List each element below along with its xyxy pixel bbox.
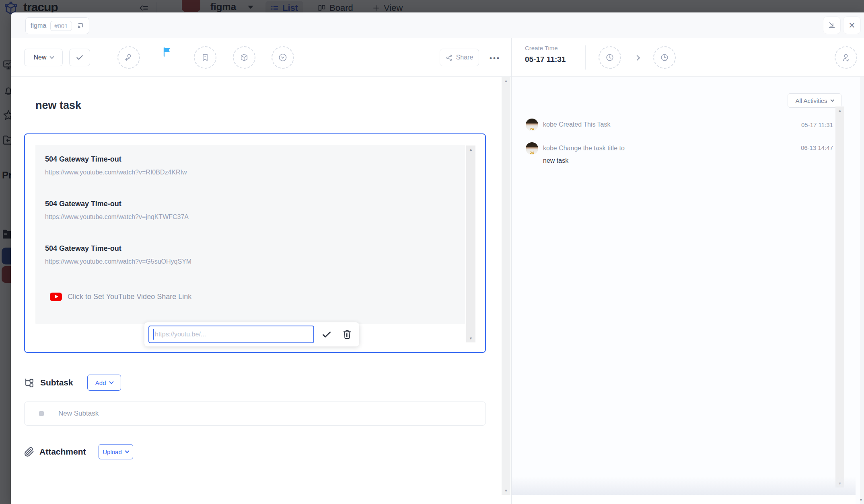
scroll-up-arrow[interactable]: ▲ — [835, 109, 844, 113]
modal-header: figma #001 × — [11, 12, 864, 38]
task-detail-modal: figma #001 × New — [11, 12, 864, 504]
avatar[interactable]: 24 — [526, 142, 538, 155]
chevron-down-icon — [125, 449, 129, 453]
subtask-checkbox[interactable] — [39, 411, 44, 416]
due-time-button[interactable] — [653, 46, 676, 69]
attachment-heading: Attachment — [39, 447, 86, 457]
subtask-tree-icon — [24, 377, 35, 388]
new-subtask-placeholder[interactable]: New Subtask — [58, 410, 99, 418]
attachment-section-header: Attachment Upload — [24, 444, 133, 459]
confirm-check-icon — [321, 329, 332, 340]
meta-divider — [585, 45, 586, 70]
video-title: 504 Gateway Time-out — [45, 244, 121, 253]
check-icon — [76, 53, 84, 61]
video-title: 504 Gateway Time-out — [45, 155, 121, 164]
chevron-down-icon — [109, 379, 113, 384]
bookmark-tag-button[interactable] — [194, 46, 216, 69]
youtube-link-input[interactable] — [148, 326, 314, 343]
subtask-section-header: Subtask Add — [24, 375, 121, 391]
scroll-up-arrow[interactable]: ▲ — [466, 148, 475, 152]
scroll-down-arrow[interactable]: ▼ — [859, 498, 863, 502]
assign-user-icon — [124, 53, 134, 62]
window-edge-scrollbar[interactable]: ▼ — [860, 77, 864, 504]
open-in-full-icon[interactable] — [76, 22, 84, 30]
activity-bottom-fade — [512, 477, 856, 495]
activity-bottom-strip — [512, 495, 856, 504]
modal-toolbar: New Share ••• Create Time 05-17 11:31 — [11, 38, 864, 77]
paperclip-icon — [24, 447, 34, 457]
close-modal-button[interactable]: × — [843, 16, 861, 34]
task-breadcrumb-chip[interactable]: figma #001 — [25, 17, 89, 34]
video-url-link[interactable]: https://www.youtube.com/watch?v=RI0BDz4K… — [45, 169, 187, 176]
activity-text: kobe Change the task title to — [543, 145, 625, 152]
video-list: 504 Gateway Time-out https://www.youtube… — [35, 145, 465, 324]
task-id-badge: #001 — [50, 21, 72, 31]
youtube-links-widget: 504 Gateway Time-out https://www.youtube… — [24, 133, 486, 353]
scroll-down-arrow[interactable]: ▼ — [466, 336, 475, 340]
chevron-down-icon — [830, 98, 834, 102]
status-new-button[interactable]: New — [24, 49, 63, 66]
activity-detail: new task — [543, 157, 568, 164]
clock-icon — [605, 53, 614, 62]
cube-icon — [240, 53, 249, 62]
follower-button[interactable] — [835, 46, 857, 69]
video-title: 504 Gateway Time-out — [45, 200, 121, 208]
activity-time: 06-13 14:47 — [801, 144, 833, 151]
more-options-button[interactable]: ••• — [490, 54, 500, 62]
chevron-down-icon — [49, 54, 54, 59]
bookmark-icon — [201, 53, 210, 62]
activity-time: 05-17 11:31 — [801, 121, 833, 128]
set-youtube-link-button[interactable]: Click to Set YouTube Video Share Link — [50, 293, 191, 301]
minimize-icon — [827, 21, 836, 30]
activity-scrollbar[interactable]: ▲ ▼ — [835, 107, 844, 488]
scroll-up-arrow[interactable]: ▲ — [502, 79, 510, 83]
priority-flag-icon[interactable] — [161, 46, 173, 57]
minimize-modal-button[interactable] — [823, 16, 841, 34]
upload-attachment-button[interactable]: Upload — [99, 444, 133, 459]
activity-text: kobe Created This Task — [543, 121, 611, 128]
video-url-link[interactable]: https://www.youtube.com/watch?v=G5suOHyq… — [45, 258, 191, 265]
activity-panel: All Activities 24 kobe Created This Task… — [512, 77, 864, 504]
video-url-link[interactable]: https://www.youtube.com/watch?v=jnqKTWFC… — [45, 213, 189, 221]
complete-task-button[interactable] — [69, 49, 90, 66]
start-time-button[interactable] — [599, 46, 621, 69]
video-list-scrollbar[interactable]: ▲ ▼ — [466, 145, 475, 342]
delete-link-button[interactable] — [339, 326, 355, 342]
text-caret — [153, 329, 154, 340]
toolbar-divider — [104, 48, 104, 67]
breadcrumb-project: figma — [31, 22, 46, 29]
trash-icon — [342, 329, 352, 340]
create-time-label: Create Time — [525, 45, 558, 51]
avatar[interactable]: 24 — [526, 119, 538, 131]
share-button[interactable]: Share — [440, 49, 479, 66]
subtask-heading: Subtask — [40, 378, 73, 387]
activities-filter-dropdown[interactable]: All Activities — [788, 93, 841, 108]
main-content-scrollbar[interactable]: ▲ ▼ — [502, 77, 510, 495]
circle-check-icon — [278, 53, 288, 62]
add-subtask-button[interactable]: Add — [87, 375, 121, 391]
check-circle-button[interactable] — [272, 46, 294, 69]
youtube-link-editor — [144, 322, 359, 346]
youtube-icon — [50, 293, 62, 301]
confirm-link-button[interactable] — [318, 326, 335, 342]
share-icon — [446, 54, 453, 61]
create-time-value: 05-17 11:31 — [525, 55, 566, 64]
scroll-down-arrow[interactable]: ▼ — [502, 489, 510, 493]
assignee-button[interactable] — [117, 46, 140, 69]
link-input-wrap — [148, 326, 314, 343]
version-cube-button[interactable] — [233, 46, 255, 69]
arrow-right-icon — [635, 54, 639, 61]
user-check-icon — [841, 53, 851, 62]
task-title[interactable]: new task — [35, 99, 81, 112]
new-subtask-row[interactable]: New Subtask — [24, 402, 486, 426]
clock-pause-icon — [660, 53, 669, 62]
